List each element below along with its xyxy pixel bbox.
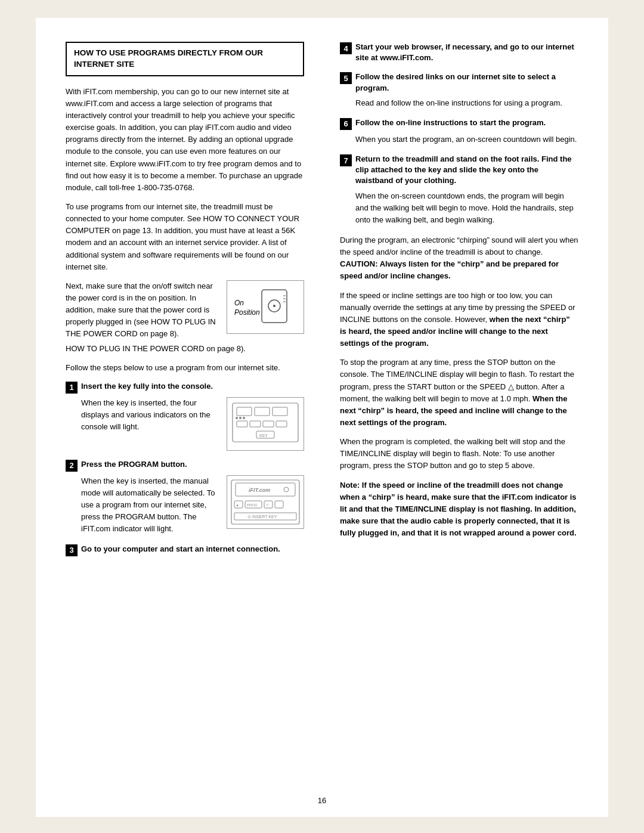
- step-1-image: KEY: [227, 397, 304, 451]
- left-column: HOW TO USE PROGRAMS DIRECTLY FROM OUR IN…: [66, 42, 310, 793]
- svg-text:KEY: KEY: [259, 433, 268, 438]
- step-3-header: 3 Go to your computer and start an inter…: [66, 544, 304, 556]
- step-2-header: 2 Press the PROGRAM button.: [66, 459, 304, 472]
- svg-rect-29: [275, 501, 283, 508]
- page-number: 16: [318, 796, 326, 805]
- svg-text:▽: ▽: [266, 503, 269, 507]
- chirp-text: During the program, an electronic “chirp…: [340, 236, 578, 256]
- switch-image: On Position: [227, 280, 304, 334]
- step-5-header: 5 Follow the desired links on our intern…: [340, 72, 578, 93]
- intro-para-1: With iFIT.com membership, you can go to …: [66, 86, 304, 194]
- switch-text: Next, make sure that the on/off switch n…: [66, 280, 219, 340]
- console-svg-icon: KEY: [230, 400, 301, 448]
- svg-text:PROG: PROG: [247, 503, 258, 507]
- svg-rect-11: [250, 421, 261, 427]
- svg-text:▲: ▲: [236, 503, 239, 507]
- step-7-block: 7 Return to the treadmill and stand on t…: [340, 154, 578, 226]
- svg-rect-7: [237, 407, 252, 416]
- svg-point-22: [284, 487, 289, 492]
- step-1-header: 1 Insert the key fully into the console.: [66, 381, 304, 394]
- step-3-title: Go to your computer and start an interne…: [81, 544, 280, 555]
- step-4-header: 4 Start your web browser, if necessary, …: [340, 42, 578, 63]
- chirp-para: During the program, an electronic “chirp…: [340, 234, 578, 283]
- switch-diagram: On Position: [227, 280, 304, 334]
- step-7-body: When the on-screen countdown ends, the p…: [355, 190, 578, 226]
- svg-rect-10: [237, 421, 247, 427]
- complete-para: When the program is completed, the walki…: [340, 436, 578, 472]
- svg-rect-9: [273, 407, 287, 416]
- step-3-block: 3 Go to your computer and start an inter…: [66, 544, 304, 556]
- program-diagram: iFIT.com ▲ PROG ▽ ⊙ INSE: [227, 475, 304, 529]
- program-svg-icon: iFIT.com ▲ PROG ▽ ⊙ INSE: [230, 478, 301, 526]
- step-1-figure: When the key is inserted, the four displ…: [81, 397, 304, 451]
- plug-reference: HOW TO PLUG IN THE POWER CORD on page 8)…: [66, 343, 304, 355]
- step-1-block: 1 Insert the key fully into the console.…: [66, 381, 304, 451]
- svg-text:iFIT.com: iFIT.com: [249, 487, 270, 493]
- step-5-title: Follow the desired links on our internet…: [355, 72, 578, 93]
- step-2-image: iFIT.com ▲ PROG ▽ ⊙ INSE: [227, 475, 304, 529]
- svg-rect-8: [255, 407, 270, 416]
- intro-para-2: To use programs from our internet site, …: [66, 201, 304, 273]
- svg-point-17: [239, 417, 242, 419]
- note-text: Note: If the speed or incline of the tre…: [340, 481, 577, 538]
- step-1-body: When the key is inserted, the four displ…: [81, 397, 219, 433]
- step-5-body: Read and follow the on-line instructions…: [355, 97, 578, 109]
- step-1-number: 1: [66, 382, 78, 394]
- console-diagram: KEY: [227, 397, 304, 451]
- switch-svg-icon: [250, 287, 292, 329]
- header-text: HOW TO USE PROGRAMS DIRECTLY FROM OUR IN…: [74, 48, 263, 69]
- override-para: If the speed or incline settings are too…: [340, 290, 578, 350]
- step-2-block: 2 Press the PROGRAM button. When the key…: [66, 459, 304, 535]
- step-6-header: 6 Follow the on-line instructions to sta…: [340, 117, 578, 130]
- switch-label-on: On: [234, 299, 244, 307]
- step-7-title: Return to the treadmill and stand on the…: [355, 154, 578, 187]
- page: HOW TO USE PROGRAMS DIRECTLY FROM OUR IN…: [36, 18, 608, 817]
- note-para: Note: If the speed or incline of the tre…: [340, 479, 578, 540]
- svg-rect-13: [276, 421, 287, 427]
- step-2-title: Press the PROGRAM button.: [81, 459, 187, 470]
- svg-point-16: [236, 417, 238, 419]
- step-6-block: 6 Follow the on-line instructions to sta…: [340, 117, 578, 145]
- switch-figure: Next, make sure that the on/off switch n…: [66, 280, 304, 340]
- step-4-number: 4: [340, 42, 352, 54]
- step-7-number: 7: [340, 154, 352, 166]
- svg-text:⊙ INSERT KEY: ⊙ INSERT KEY: [247, 515, 277, 519]
- section-header: HOW TO USE PROGRAMS DIRECTLY FROM OUR IN…: [66, 42, 304, 76]
- svg-point-18: [243, 417, 245, 419]
- step-6-number: 6: [340, 118, 352, 130]
- step-2-body: When the key is inserted, the manual mod…: [81, 475, 219, 535]
- chirp-caution: CAUTION: Always listen for the “chirp” a…: [340, 259, 559, 280]
- step-3-number: 3: [66, 544, 78, 556]
- svg-point-2: [273, 305, 275, 307]
- step-7-header: 7 Return to the treadmill and stand on t…: [340, 154, 578, 187]
- step-6-title: Follow the on-line instructions to start…: [355, 117, 546, 128]
- step-2-number: 2: [66, 460, 78, 472]
- stop-para: To stop the program at any time, press t…: [340, 357, 578, 429]
- step-2-figure: When the key is inserted, the manual mod…: [81, 475, 304, 535]
- step-6-body: When you start the program, an on-screen…: [355, 134, 578, 145]
- step-5-number: 5: [340, 72, 352, 84]
- step-4-block: 4 Start your web browser, if necessary, …: [340, 42, 578, 63]
- switch-paragraph: Next, make sure that the on/off switch n…: [66, 281, 216, 339]
- step-4-title: Start your web browser, if necessary, an…: [355, 42, 578, 63]
- svg-rect-12: [263, 421, 274, 427]
- steps-intro: Follow the steps below to use a program …: [66, 362, 304, 374]
- step-5-block: 5 Follow the desired links on our intern…: [340, 72, 578, 109]
- right-column: 4 Start your web browser, if necessary, …: [334, 42, 578, 793]
- step-1-title: Insert the key fully into the console.: [81, 381, 213, 392]
